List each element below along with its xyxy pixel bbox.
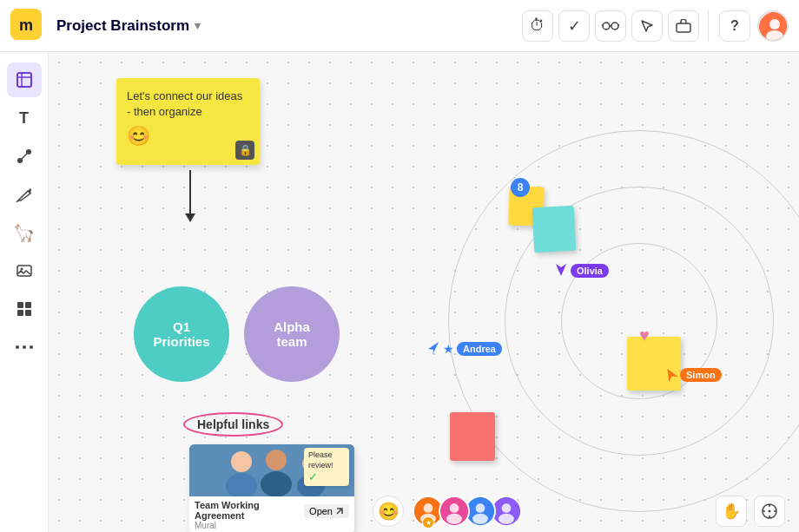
svg-rect-21: [17, 302, 23, 308]
svg-point-32: [261, 471, 292, 496]
sidebar-item-text[interactable]: T: [7, 101, 42, 135]
arrow-down: [185, 170, 195, 222]
svg-rect-19: [17, 266, 31, 276]
svg-line-5: [602, 24, 603, 26]
sidebar-item-frames[interactable]: [7, 62, 42, 97]
svg-rect-7: [677, 23, 690, 32]
card-thumbnail[interactable]: Team Working Agreement Open Mural Please…: [189, 444, 354, 532]
cursor-olivia: Olivia: [554, 262, 609, 278]
svg-rect-22: [25, 302, 31, 308]
star-badge: ★: [422, 516, 434, 529]
cursor-simon: Simon: [664, 366, 722, 382]
svg-point-45: [502, 503, 512, 513]
arrow-head: [185, 213, 195, 222]
q1-circle-text: Q1 Priorities: [153, 319, 209, 349]
sticky-note-text: Let's connect our ideas - then organize: [127, 89, 249, 120]
briefcase-button[interactable]: [668, 10, 699, 42]
cursor-andrea: ★ Andrea: [426, 340, 502, 356]
emoji-reaction-button[interactable]: 😊: [373, 496, 404, 527]
svg-point-40: [446, 514, 462, 524]
svg-point-31: [266, 450, 287, 470]
heart-icon: ♥: [639, 325, 650, 345]
alpha-team-circle[interactable]: Alpha team: [244, 286, 340, 382]
avatar-group: ★: [413, 496, 522, 527]
sidebar-item-draw[interactable]: [7, 177, 42, 212]
dropdown-icon: ▾: [195, 19, 201, 32]
topbar: m Project Brainstorm ▾ ⏱ ✓ ?: [0, 0, 799, 52]
project-title: Project Brainstorm: [56, 17, 189, 35]
card-open-button[interactable]: Open: [304, 504, 349, 518]
svg-rect-23: [17, 310, 23, 316]
svg-point-9: [769, 19, 780, 30]
svg-line-18: [17, 200, 18, 202]
simon-label: Simon: [680, 368, 722, 382]
helpful-links-label[interactable]: Helpful links: [183, 412, 283, 437]
topbar-right: ⏱ ✓ ?: [522, 10, 789, 42]
svg-point-43: [472, 514, 488, 524]
check-icon: ✓: [308, 470, 318, 483]
lock-icon: 🔒: [235, 141, 254, 160]
miro-logo[interactable]: m: [10, 9, 42, 43]
canvas-area[interactable]: Let's connect our ideas - then organize …: [49, 52, 799, 532]
sidebar-item-apps[interactable]: [7, 292, 42, 326]
sticky-note-ideas[interactable]: Let's connect our ideas - then organize …: [116, 78, 260, 165]
review-text: Please review!: [308, 450, 345, 470]
svg-text:m: m: [19, 16, 33, 34]
minimap-button[interactable]: [754, 496, 785, 527]
svg-point-46: [499, 514, 514, 524]
user-avatar[interactable]: [757, 10, 789, 42]
arrow-line: [189, 170, 191, 213]
olivia-label: Olivia: [571, 264, 609, 278]
sidebar-item-connect[interactable]: [7, 139, 42, 174]
number-badge-8: 8: [511, 178, 530, 197]
cursor-button[interactable]: [631, 10, 663, 42]
sidebar-item-more[interactable]: [7, 330, 42, 365]
avatar-image: [759, 12, 789, 42]
main-area: T 🦙 Let's connect our ideas - then organ…: [0, 52, 799, 532]
svg-rect-24: [25, 310, 31, 316]
svg-point-48: [769, 510, 771, 513]
please-review-sticky: Please review! ✓: [304, 448, 349, 486]
card-subtitle: Mural: [195, 521, 349, 530]
svg-point-39: [450, 503, 459, 513]
sticky-pink-1[interactable]: [450, 412, 495, 461]
project-title-button[interactable]: Project Brainstorm ▾: [49, 13, 208, 39]
svg-point-2: [603, 23, 610, 30]
avatar-user-2[interactable]: [439, 496, 470, 527]
svg-point-29: [231, 451, 252, 472]
svg-point-36: [424, 503, 433, 513]
sticky-teal-1[interactable]: [532, 206, 577, 253]
svg-point-27: [30, 345, 33, 349]
hand-tool-button[interactable]: ✋: [716, 496, 747, 527]
andrea-label: Andrea: [457, 342, 502, 356]
sidebar-item-image[interactable]: [7, 253, 42, 288]
sticky-emoji: 😊: [127, 125, 249, 148]
svg-point-26: [23, 345, 26, 349]
svg-line-16: [22, 154, 27, 159]
alpha-circle-text: Alpha team: [274, 319, 310, 349]
topbar-left: m Project Brainstorm ▾: [10, 9, 208, 43]
svg-point-25: [16, 345, 19, 349]
check-button[interactable]: ✓: [558, 10, 590, 42]
svg-point-42: [476, 503, 485, 513]
help-button[interactable]: ?: [719, 10, 750, 42]
sidebar-item-ai[interactable]: 🦙: [7, 215, 42, 250]
helpful-links-section: Helpful links: [183, 412, 283, 437]
svg-point-3: [611, 23, 618, 30]
bottombar-right: ✋: [716, 496, 785, 527]
q1-priorities-circle[interactable]: Q1 Priorities: [134, 286, 229, 382]
left-sidebar: T 🦙: [0, 52, 49, 532]
svg-rect-11: [17, 73, 31, 87]
svg-line-6: [618, 24, 619, 26]
bottombar: 😊 ★: [359, 490, 799, 532]
glasses-button[interactable]: [595, 10, 626, 42]
card-title: Team Working Agreement: [195, 500, 304, 521]
card-info: Team Working Agreement Open Mural: [189, 496, 354, 532]
timer-button[interactable]: ⏱: [522, 10, 553, 42]
